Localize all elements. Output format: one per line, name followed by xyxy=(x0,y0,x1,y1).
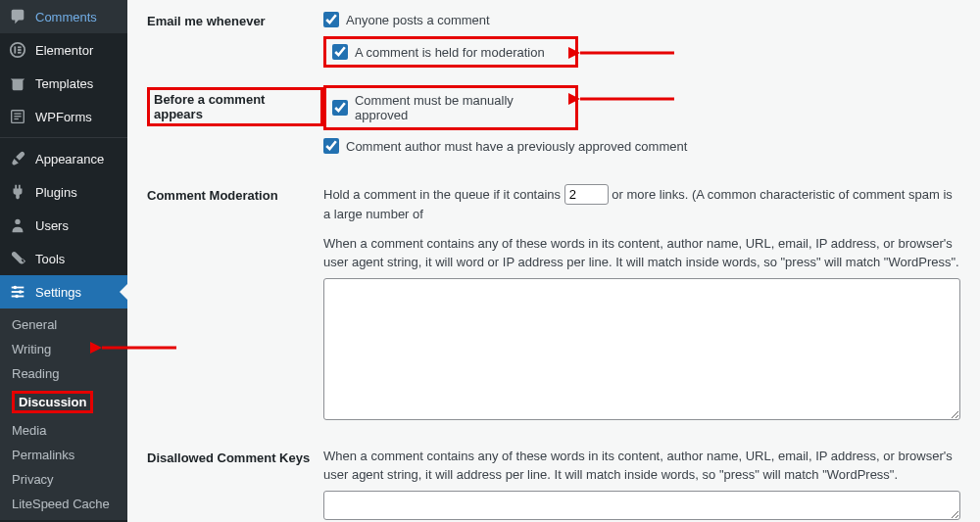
svg-point-9 xyxy=(15,219,20,224)
svg-rect-4 xyxy=(18,52,22,54)
menu-separator xyxy=(0,137,127,138)
menu-label: Comments xyxy=(35,10,97,24)
moderation-field: Hold a comment in the queue if it contai… xyxy=(323,184,960,423)
before-opt1-label: Comment must be manually approved xyxy=(355,93,569,122)
submenu-reading[interactable]: Reading xyxy=(0,361,127,386)
svg-point-13 xyxy=(14,286,18,290)
svg-rect-1 xyxy=(14,46,16,53)
submenu-privacy[interactable]: Privacy xyxy=(0,467,127,492)
moderation-row: Comment Moderation Hold a comment in the… xyxy=(147,184,960,423)
menu-label: Tools xyxy=(35,252,65,266)
sidebar-item-plugins[interactable]: Plugins xyxy=(0,175,127,209)
plug-icon xyxy=(8,182,27,202)
email-opt2-checkbox[interactable] xyxy=(332,44,348,60)
moderation-keys-textarea[interactable] xyxy=(323,278,960,420)
svg-rect-2 xyxy=(18,46,22,48)
submenu-general[interactable]: General xyxy=(0,312,127,337)
submenu-permalinks[interactable]: Permalinks xyxy=(0,443,127,467)
templates-icon xyxy=(8,73,27,93)
user-icon xyxy=(8,215,27,235)
highlight-email-opt2: A comment is held for moderation xyxy=(323,36,578,68)
wpforms-icon xyxy=(8,107,27,126)
email-opt1-label: Anyone posts a comment xyxy=(346,13,490,27)
elementor-icon xyxy=(8,40,27,60)
submenu-media[interactable]: Media xyxy=(0,418,127,443)
disallowed-field: When a comment contains any of these wor… xyxy=(323,447,960,523)
highlight-before-opt1: Comment must be manually approved xyxy=(323,85,578,130)
submenu-discussion-label: Discussion xyxy=(12,391,93,413)
disallowed-label: Disallowed Comment Keys xyxy=(147,447,323,465)
sidebar-item-wpforms[interactable]: WPForms xyxy=(0,100,127,133)
email-whenever-label: Email me whenever xyxy=(147,10,323,28)
submenu-writing[interactable]: Writing xyxy=(0,337,127,361)
svg-point-14 xyxy=(19,290,23,294)
email-opt2-label: A comment is held for moderation xyxy=(355,45,545,60)
email-whenever-row: Email me whenever Anyone posts a comment… xyxy=(147,10,960,70)
sidebar-item-users[interactable]: Users xyxy=(0,209,127,242)
menu-label: Elementor xyxy=(35,43,93,58)
svg-rect-8 xyxy=(14,119,19,119)
moderation-desc: When a comment contains any of these wor… xyxy=(323,234,960,272)
email-opt1-row: Anyone posts a comment xyxy=(323,10,960,29)
menu-label: WPForms xyxy=(35,110,92,124)
before-appears-label-wrap: Before a comment appears xyxy=(147,83,323,126)
before-opt1-checkbox[interactable] xyxy=(332,100,348,116)
sidebar-item-elementor[interactable]: Elementor xyxy=(0,33,127,67)
comments-icon xyxy=(8,7,27,26)
moderation-links-input[interactable] xyxy=(564,184,609,205)
svg-rect-6 xyxy=(14,113,21,114)
sidebar-item-comments[interactable]: Comments xyxy=(0,0,127,33)
svg-rect-7 xyxy=(14,116,21,117)
sidebar-item-appearance[interactable]: Appearance xyxy=(0,142,127,175)
email-opt1-checkbox[interactable] xyxy=(323,12,339,27)
wrench-icon xyxy=(8,249,27,268)
menu-label: Settings xyxy=(35,285,81,300)
before-appears-label: Before a comment appears xyxy=(147,87,323,126)
moderation-label: Comment Moderation xyxy=(147,184,323,203)
moderation-links-line: Hold a comment in the queue if it contai… xyxy=(323,184,960,224)
settings-submenu: General Writing Reading Discussion Media… xyxy=(0,308,127,520)
admin-sidebar: Comments Elementor Templates WPForms App… xyxy=(0,0,127,522)
moderation-text1: Hold a comment in the queue if it contai… xyxy=(323,187,561,202)
disallowed-desc: When a comment contains any of these wor… xyxy=(323,447,960,485)
submenu-discussion[interactable]: Discussion xyxy=(0,386,127,418)
before-opt2-row: Comment author must have a previously ap… xyxy=(323,136,960,156)
before-appears-row: Before a comment appears Comment must be… xyxy=(147,83,960,161)
menu-label: Templates xyxy=(35,76,93,91)
settings-content: Email me whenever Anyone posts a comment… xyxy=(127,0,980,522)
disallowed-row: Disallowed Comment Keys When a comment c… xyxy=(147,447,960,523)
before-appears-field: Comment must be manually approved Commen… xyxy=(323,83,960,161)
menu-label: Plugins xyxy=(35,185,77,200)
before-opt2-checkbox[interactable] xyxy=(323,138,339,154)
svg-rect-3 xyxy=(18,49,22,51)
sliders-icon xyxy=(8,282,27,302)
menu-label: Users xyxy=(35,218,69,233)
sidebar-item-tools[interactable]: Tools xyxy=(0,242,127,275)
svg-point-15 xyxy=(15,295,19,299)
disallowed-keys-textarea[interactable] xyxy=(323,491,960,520)
sidebar-item-templates[interactable]: Templates xyxy=(0,67,127,100)
before-opt2-label: Comment author must have a previously ap… xyxy=(346,139,687,154)
sidebar-item-settings[interactable]: Settings xyxy=(0,275,127,308)
brush-icon xyxy=(8,149,27,168)
submenu-litespeed[interactable]: LiteSpeed Cache xyxy=(0,492,127,516)
menu-label: Appearance xyxy=(35,152,104,166)
email-whenever-field: Anyone posts a comment A comment is held… xyxy=(323,10,960,70)
